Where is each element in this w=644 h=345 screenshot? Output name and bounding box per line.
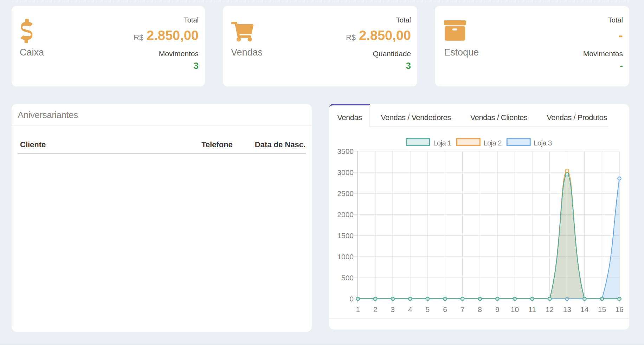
svg-text:Loja 2: Loja 2 <box>483 139 502 147</box>
svg-text:11: 11 <box>528 305 536 313</box>
svg-text:Loja 1: Loja 1 <box>433 139 451 147</box>
svg-text:9: 9 <box>495 305 500 313</box>
svg-text:2500: 2500 <box>337 189 354 197</box>
svg-text:13: 13 <box>563 305 571 313</box>
svg-text:0: 0 <box>349 295 354 303</box>
svg-text:5: 5 <box>426 305 430 313</box>
svg-text:8: 8 <box>478 305 482 313</box>
svg-text:16: 16 <box>615 305 623 313</box>
svg-text:1500: 1500 <box>337 232 354 240</box>
svg-text:15: 15 <box>598 305 606 313</box>
svg-text:10: 10 <box>511 305 519 313</box>
svg-text:3: 3 <box>391 305 395 313</box>
svg-text:1: 1 <box>356 305 360 313</box>
svg-text:Loja 3: Loja 3 <box>534 139 552 147</box>
svg-text:3000: 3000 <box>337 168 354 176</box>
svg-text:1000: 1000 <box>337 253 354 261</box>
svg-text:7: 7 <box>461 305 465 313</box>
svg-text:2000: 2000 <box>337 210 354 219</box>
svg-text:3500: 3500 <box>337 147 354 155</box>
svg-text:4: 4 <box>408 305 412 313</box>
svg-text:6: 6 <box>443 305 447 313</box>
svg-text:2: 2 <box>373 305 378 313</box>
svg-text:12: 12 <box>546 305 554 313</box>
svg-text:14: 14 <box>580 305 589 313</box>
svg-text:500: 500 <box>341 274 354 282</box>
